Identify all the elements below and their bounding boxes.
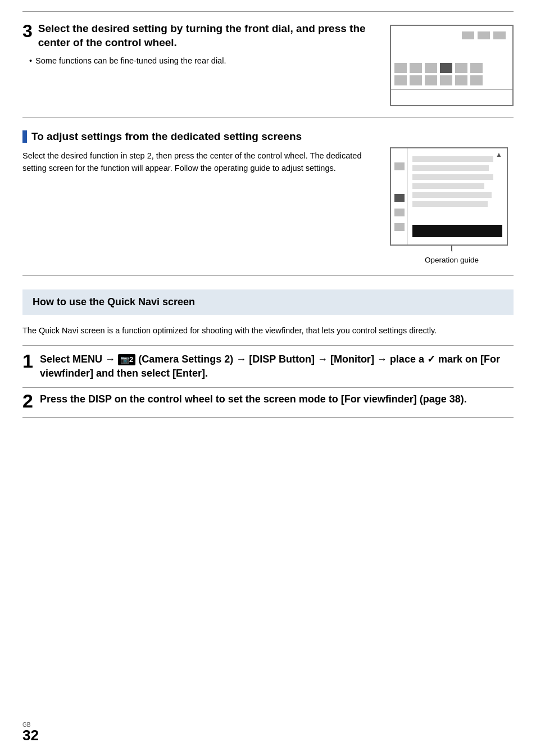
operation-guide-label: Operation guide <box>390 256 514 264</box>
cam-top-row <box>391 26 512 43</box>
cam-second-row <box>391 75 512 85</box>
cam-ded-block-1 <box>394 162 405 170</box>
camera-icon-text: 📷2 <box>118 354 135 365</box>
quick-navi-description: The Quick Navi screen is a function opti… <box>22 325 514 339</box>
section-heading-blue: To adjust settings from the dedicated se… <box>22 130 379 143</box>
cam-ded-rows <box>391 148 507 245</box>
step-3-number: 3 <box>22 22 33 40</box>
camera-screen-diagram-top <box>390 25 514 106</box>
cam-sec-2 <box>410 75 422 85</box>
section-dedicated: To adjust settings from the dedicated se… <box>22 130 514 276</box>
cam-sec-4 <box>440 75 452 85</box>
bullet-dot: • <box>29 55 32 66</box>
cam-mid-5 <box>470 63 483 73</box>
section-dedicated-body: Select the desired function in step 2, t… <box>22 150 379 175</box>
cam-mid-1 <box>394 63 407 73</box>
step-block-2: 2 Press the DISP on the control wheel to… <box>22 392 514 418</box>
quick-navi-title: How to use the Quick Navi screen <box>33 296 503 308</box>
cam-ded-block-dark <box>394 194 405 202</box>
rule-line-1 <box>22 345 514 346</box>
oper-guide-line <box>390 246 514 252</box>
page-number-area: GB 32 <box>22 722 39 743</box>
cam-block-1 <box>462 31 474 39</box>
blue-bar-icon <box>22 130 27 143</box>
cam-sec-3 <box>425 75 437 85</box>
step-3-bullet-text: Some functions can be fine-tuned using t… <box>35 55 226 66</box>
page-container: 3 Select the desired setting by turning … <box>0 0 536 756</box>
section-dedicated-text: To adjust settings from the dedicated se… <box>22 130 390 175</box>
step-2-content: Press the DISP on the control wheel to s… <box>40 392 467 406</box>
section-dedicated-heading: To adjust settings from the dedicated se… <box>31 130 302 143</box>
cam-ded-right-area <box>408 148 507 245</box>
cam-mid-2 <box>410 63 422 73</box>
section-3-text: 3 Select the desired setting by turning … <box>22 22 390 67</box>
cam-ded-black-bar <box>412 225 502 237</box>
cam-middle-area <box>391 63 512 73</box>
section-3: 3 Select the desired setting by turning … <box>22 22 514 118</box>
cam-mid-4 <box>455 63 467 73</box>
cam-ded-outer: ▲ <box>390 147 508 246</box>
cam-mid-dark <box>440 63 452 73</box>
step-1-content: Select MENU → 📷2 (Camera Settings 2) → [… <box>40 352 514 381</box>
cam-ded-left-col <box>391 148 408 245</box>
cam-ded-block-2 <box>394 209 405 216</box>
cam-ded-block-3 <box>394 223 405 231</box>
cam-sec-6 <box>470 75 483 85</box>
step-3-heading: Select the desired setting by turning th… <box>38 22 379 49</box>
top-rule <box>22 11 514 12</box>
cam-block-3 <box>493 31 506 39</box>
page-number: 32 <box>22 728 39 743</box>
cam-sec-1 <box>394 75 407 85</box>
step-block-1: 1 Select MENU → 📷2 (Camera Settings 2) →… <box>22 352 514 388</box>
step-3-bullet: • Some functions can be fine-tuned using… <box>29 55 379 66</box>
cam-ded-arrow: ▲ <box>496 151 502 159</box>
step-1-text: Select MENU → <box>40 354 118 365</box>
quick-navi-box: How to use the Quick Navi screen <box>22 289 514 315</box>
camera-screen-diagram-dedicated: ▲ <box>390 147 514 264</box>
step-1-number: 1 <box>22 351 33 370</box>
cam-sec-5 <box>455 75 467 85</box>
cam-block-2 <box>478 31 490 39</box>
step-2-number: 2 <box>22 391 33 410</box>
cam-mid-3 <box>425 63 437 73</box>
